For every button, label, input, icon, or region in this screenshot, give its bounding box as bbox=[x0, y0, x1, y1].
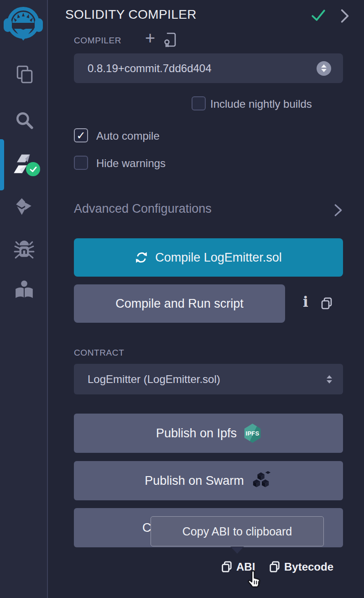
search-icon bbox=[14, 110, 35, 131]
sidebar-item-file-explorer[interactable] bbox=[0, 58, 48, 90]
swarm-icon bbox=[251, 471, 272, 491]
publish-swarm-button[interactable]: Publish on Swarm bbox=[74, 461, 343, 500]
icon-sidebar bbox=[0, 0, 48, 598]
checkmark-glyph: ✓ bbox=[76, 130, 85, 141]
hide-warnings-label: Hide warnings bbox=[96, 157, 166, 170]
select-arrows-icon bbox=[317, 61, 331, 76]
sidebar-item-search[interactable] bbox=[0, 104, 48, 136]
publish-swarm-label: Publish on Swarm bbox=[145, 474, 244, 488]
sidebar-item-solidity-compiler[interactable] bbox=[0, 148, 48, 180]
panel-title: SOLIDITY COMPILER bbox=[65, 7, 197, 22]
compiler-version-value: 0.8.19+commit.7dd6d404 bbox=[88, 62, 212, 75]
bytecode-label: Bytecode bbox=[284, 561, 333, 573]
compile-status-check-icon bbox=[311, 8, 326, 25]
bug-icon bbox=[14, 240, 35, 261]
advanced-configurations-toggle[interactable]: Advanced Configurations bbox=[74, 202, 212, 216]
ipfs-icon: IPFS bbox=[244, 424, 261, 443]
advanced-chevron-icon[interactable] bbox=[333, 204, 343, 219]
compile-success-badge bbox=[26, 162, 40, 176]
compile-and-run-label: Compile and Run script bbox=[115, 297, 244, 311]
contract-section-label: CONTRACT bbox=[74, 348, 124, 358]
contract-select-value: LogEmitter (LogEmitter.sol) bbox=[88, 373, 220, 386]
info-icon[interactable]: i bbox=[300, 294, 312, 310]
compilation-details-visible-label: C bbox=[142, 521, 151, 535]
copy-bytecode-button[interactable]: Bytecode bbox=[269, 561, 333, 573]
compiler-license-icon[interactable] bbox=[163, 32, 177, 49]
publish-ipfs-label: Publish on Ipfs bbox=[156, 426, 237, 441]
add-custom-compiler-icon[interactable]: + bbox=[145, 29, 155, 47]
select-arrows-icon bbox=[327, 375, 332, 383]
sidebar-item-debugger[interactable] bbox=[0, 234, 48, 266]
auto-compile-label: Auto compile bbox=[96, 130, 160, 142]
book-reader-icon bbox=[14, 279, 35, 300]
compile-and-run-button[interactable]: Compile and Run script bbox=[74, 284, 285, 323]
include-nightly-checkbox[interactable] bbox=[192, 96, 206, 110]
compiler-section-label: COMPILER bbox=[74, 36, 121, 46]
solidity-compiler-panel: SOLIDITY COMPILER COMPILER + 0.8.19+comm… bbox=[0, 0, 364, 598]
ethereum-deploy-icon bbox=[14, 196, 35, 217]
collapse-panel-chevron-icon[interactable] bbox=[339, 9, 350, 25]
check-icon bbox=[29, 165, 38, 174]
copy-icon bbox=[221, 561, 233, 573]
contract-select[interactable]: LogEmitter (LogEmitter.sol) bbox=[74, 364, 343, 394]
copy-abi-tooltip: Copy ABI to clipboard bbox=[151, 516, 324, 546]
publish-ipfs-button[interactable]: Publish on Ipfs IPFS bbox=[74, 414, 343, 453]
sidebar-item-deploy-and-run[interactable] bbox=[0, 191, 48, 223]
compile-button-label: Compile LogEmitter.sol bbox=[155, 251, 282, 265]
copy-script-icon[interactable] bbox=[320, 297, 333, 312]
files-icon bbox=[14, 64, 35, 85]
hide-warnings-checkbox[interactable] bbox=[74, 156, 88, 170]
cursor-pointer-icon bbox=[244, 570, 264, 590]
remix-logo-icon[interactable] bbox=[3, 3, 44, 43]
refresh-icon bbox=[135, 251, 148, 264]
tooltip-arrow bbox=[230, 546, 244, 554]
sidebar-item-learneth[interactable] bbox=[0, 274, 48, 306]
auto-compile-checkbox[interactable]: ✓ bbox=[74, 128, 88, 142]
compile-button[interactable]: Compile LogEmitter.sol bbox=[74, 238, 343, 277]
include-nightly-label: Include nightly builds bbox=[210, 98, 312, 110]
copy-icon bbox=[269, 561, 281, 573]
compiler-version-select[interactable]: 0.8.19+commit.7dd6d404 bbox=[74, 53, 343, 83]
